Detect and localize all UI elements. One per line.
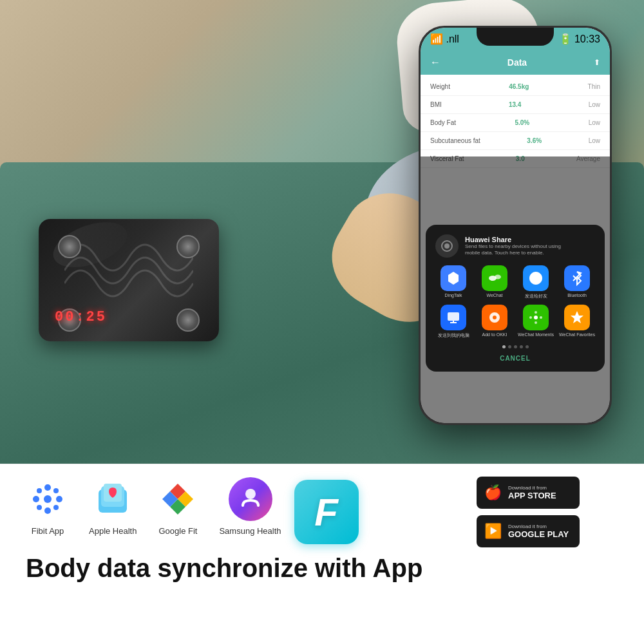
svg-rect-4 — [448, 312, 459, 321]
share-popup-title: Huawei Share — [465, 236, 574, 243]
app-store-text: Download it from APP STORE — [508, 485, 556, 500]
svg-marker-12 — [571, 311, 583, 323]
main-app-icon: F — [294, 480, 359, 544]
divider — [0, 464, 644, 464]
main-app-letter: F — [314, 490, 338, 535]
scale-display: 00:25 — [55, 309, 107, 325]
share-app-friend[interactable]: 发送给好友 — [518, 265, 554, 299]
bmi-value: 13.4 — [509, 101, 521, 108]
download-buttons: 🍎 Download it from APP STORE ▶️ Download… — [477, 477, 580, 547]
svg-point-1 — [444, 243, 450, 249]
scale-pad-tr — [176, 235, 200, 258]
google-fit-label: Google Fit — [158, 526, 197, 537]
smart-scale: 00:25 — [39, 219, 232, 361]
weight-status: Thin — [588, 83, 600, 90]
scale-pattern — [64, 232, 193, 309]
okki-label: Add to OKKI — [482, 332, 507, 337]
apps-and-download-row: Fibit App Apple Health — [26, 477, 618, 547]
subfat-value: 3.6% — [527, 137, 542, 144]
moments-icon — [523, 305, 549, 330]
svg-point-18 — [53, 488, 59, 493]
bodyfat-value: 5.0% — [515, 119, 529, 126]
apple-health-item: Apple Health — [89, 477, 137, 537]
weight-value: 46.5kg — [509, 83, 529, 90]
share-button[interactable]: ⬆ — [594, 58, 600, 67]
computer-label: 发送到我的电脑 — [438, 332, 469, 339]
phone-notch — [477, 28, 554, 46]
share-popup-desc: Send files to nearby devices without usi… — [465, 243, 574, 257]
samsung-health-label: Samsung Health — [219, 526, 281, 537]
dot-3 — [514, 345, 517, 348]
svg-point-3 — [495, 275, 501, 279]
apple-health-label: Apple Health — [89, 526, 137, 537]
bottom-section: Fibit App Apple Health — [0, 464, 644, 644]
svg-point-19 — [37, 505, 42, 510]
fibit-label: Fibit App — [32, 526, 64, 537]
google-fit-icon-container — [156, 477, 200, 521]
headline: Body data synchronize with App — [26, 554, 618, 583]
bodyfat-label: Body Fat — [430, 119, 456, 126]
svg-point-21 — [44, 495, 52, 503]
svg-point-25 — [245, 489, 256, 499]
google-play-bottom: GOOGLE PLAY — [508, 529, 569, 539]
back-button[interactable]: ← — [430, 57, 440, 68]
favorites-label: WeChat Favorites — [559, 332, 595, 337]
weight-label: Weight — [430, 83, 450, 90]
scale-pad-br — [176, 308, 200, 332]
phone-screen: 📶 .nll 🔋 10:33 ← Data ⬆ Weight 46.5kg T — [421, 28, 610, 423]
google-play-icon: ▶️ — [484, 523, 502, 540]
share-app-bluetooth[interactable]: Bluetooth — [559, 265, 595, 299]
google-play-text: Download it from GOOGLE PLAY — [508, 524, 569, 539]
google-play-top: Download it from — [508, 524, 569, 529]
share-popup-header: Huawei Share Send files to nearby device… — [435, 234, 595, 258]
dingtalk-label: DingTalk — [445, 293, 462, 298]
bmi-status: Low — [589, 101, 600, 108]
svg-point-9 — [535, 321, 537, 324]
fibit-icon-container — [26, 477, 70, 521]
svg-point-17 — [37, 488, 42, 493]
status-left: 📶 .nll — [430, 33, 459, 45]
svg-point-16 — [56, 496, 62, 502]
google-fit-item: Google Fit — [156, 477, 200, 537]
svg-point-14 — [44, 507, 51, 514]
share-apps-grid: DingTalk WeChat — [435, 265, 595, 339]
google-play-button[interactable]: ▶️ Download it from GOOGLE PLAY — [477, 515, 580, 547]
google-fit-icon — [158, 480, 197, 518]
apple-health-icon-container — [91, 477, 135, 521]
wechat-label: WeChat — [486, 293, 502, 298]
share-app-favorites[interactable]: WeChat Favorites — [559, 305, 595, 339]
cancel-button[interactable]: CANCEL — [435, 355, 595, 362]
share-app-dingtalk[interactable]: DingTalk — [435, 265, 471, 299]
share-app-wechat[interactable]: WeChat — [477, 265, 513, 299]
svg-point-7 — [534, 316, 538, 319]
dot-2 — [508, 345, 511, 348]
favorites-icon — [564, 305, 590, 330]
app-store-top: Download it from — [508, 485, 556, 491]
svg-point-13 — [44, 484, 51, 491]
app-store-bottom: APP STORE — [508, 491, 556, 500]
data-row-bodyfat: Body Fat 5.0% Low — [421, 114, 610, 132]
fibit-app-item: Fibit App — [26, 477, 70, 537]
dot-4 — [520, 345, 523, 348]
dot-5 — [526, 345, 529, 348]
okki-icon — [482, 305, 507, 330]
subfat-label: Subcutaneous fat — [430, 137, 480, 144]
scale-body: 00:25 — [39, 219, 219, 341]
svg-point-11 — [540, 316, 542, 319]
share-app-moments[interactable]: WeChat Moments — [518, 305, 554, 339]
samsung-health-item: Samsung Health — [219, 477, 281, 537]
scale-pad-tl — [58, 235, 81, 258]
huawei-share-icon — [435, 234, 459, 258]
bmi-label: BMI — [430, 101, 442, 108]
share-app-okki[interactable]: Add to OKKI — [477, 305, 513, 339]
app-header: ← Data ⬆ — [421, 50, 610, 75]
app-store-button[interactable]: 🍎 Download it from APP STORE — [477, 477, 580, 509]
app-header-title: Data — [507, 57, 527, 68]
share-app-computer[interactable]: 发送到我的电脑 — [435, 305, 471, 339]
share-dots — [435, 345, 595, 348]
wechat-icon — [482, 265, 507, 291]
data-row-weight: Weight 46.5kg Thin — [421, 78, 610, 96]
dingtalk-icon — [440, 265, 466, 291]
fibit-icon — [28, 480, 67, 518]
photo-section: 00:25 📶 .nll 🔋 10:33 ← Data ⬆ — [0, 0, 644, 464]
